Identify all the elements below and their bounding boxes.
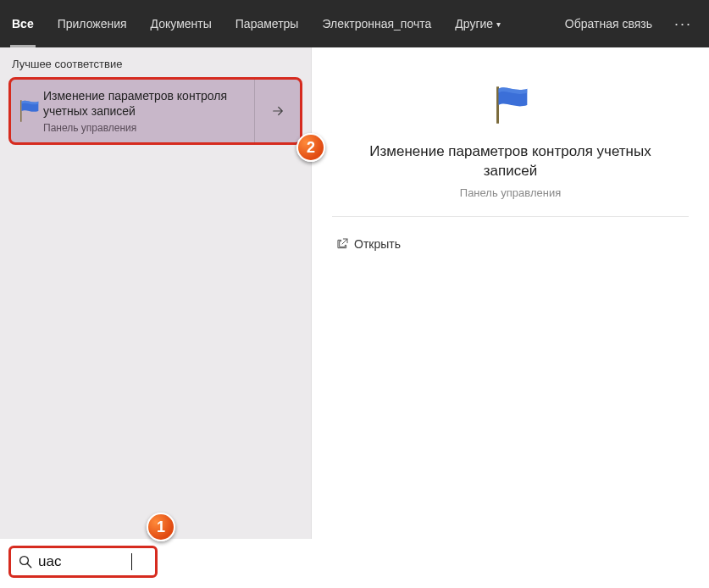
tab-settings[interactable]: Параметры bbox=[224, 0, 311, 47]
preview-actions: Открыть bbox=[332, 217, 689, 271]
open-action[interactable]: Открыть bbox=[332, 229, 689, 259]
tab-label: Электронная_почта bbox=[322, 17, 431, 31]
tab-label: Другие bbox=[455, 17, 493, 31]
tab-label: Документы bbox=[151, 17, 212, 31]
search-bar-area bbox=[0, 539, 158, 585]
search-icon bbox=[18, 554, 33, 569]
tab-label: Приложения bbox=[58, 17, 127, 31]
tab-documents[interactable]: Документы bbox=[139, 0, 224, 47]
results-panel: Лучшее соответствие Изменение параметров… bbox=[0, 47, 312, 539]
flag-icon bbox=[14, 97, 43, 125]
svg-rect-0 bbox=[20, 100, 21, 122]
tab-apps[interactable]: Приложения bbox=[46, 0, 139, 47]
tab-label: Параметры bbox=[235, 17, 299, 31]
preview-header: Изменение параметров контроля учетных за… bbox=[332, 63, 689, 217]
tab-all[interactable]: Все bbox=[0, 0, 46, 47]
more-menu-button[interactable]: ··· bbox=[664, 0, 702, 47]
tab-email[interactable]: Электронная_почта bbox=[310, 0, 443, 47]
result-main[interactable]: Изменение параметров контроля учетных за… bbox=[11, 80, 254, 142]
search-input[interactable] bbox=[38, 553, 131, 570]
flag-icon bbox=[484, 78, 538, 132]
text-caret bbox=[131, 553, 132, 570]
open-icon bbox=[335, 237, 354, 251]
preview-panel: Изменение параметров контроля учетных за… bbox=[312, 47, 709, 539]
tab-more[interactable]: Другие ▾ bbox=[443, 0, 512, 47]
result-subtitle: Панель управления bbox=[43, 122, 247, 134]
chevron-down-icon: ▾ bbox=[496, 19, 501, 29]
main-area: Лучшее соответствие Изменение параметров… bbox=[0, 47, 709, 539]
arrow-right-icon bbox=[270, 103, 285, 119]
annotation-badge-2: 2 bbox=[296, 133, 325, 162]
more-icon: ··· bbox=[674, 15, 692, 33]
feedback-label: Обратная связь bbox=[565, 17, 652, 31]
filter-tabs: Все Приложения Документы Параметры Элект… bbox=[0, 0, 512, 47]
preview-subtitle: Панель управления bbox=[460, 186, 561, 199]
search-box[interactable] bbox=[8, 546, 158, 578]
top-nav-bar: Все Приложения Документы Параметры Элект… bbox=[0, 0, 709, 47]
annotation-badge-1: 1 bbox=[147, 513, 175, 541]
result-title: Изменение параметров контроля учетных за… bbox=[43, 88, 247, 119]
result-text: Изменение параметров контроля учетных за… bbox=[43, 88, 247, 134]
open-label: Открыть bbox=[354, 237, 401, 251]
preview-title: Изменение параметров контроля учетных за… bbox=[358, 142, 663, 181]
result-expand-button[interactable] bbox=[254, 80, 300, 142]
best-match-header: Лучшее соответствие bbox=[0, 47, 311, 77]
tab-label: Все bbox=[12, 17, 34, 31]
feedback-link[interactable]: Обратная связь bbox=[553, 0, 664, 47]
best-match-result[interactable]: Изменение параметров контроля учетных за… bbox=[8, 77, 302, 145]
svg-line-3 bbox=[27, 563, 31, 568]
